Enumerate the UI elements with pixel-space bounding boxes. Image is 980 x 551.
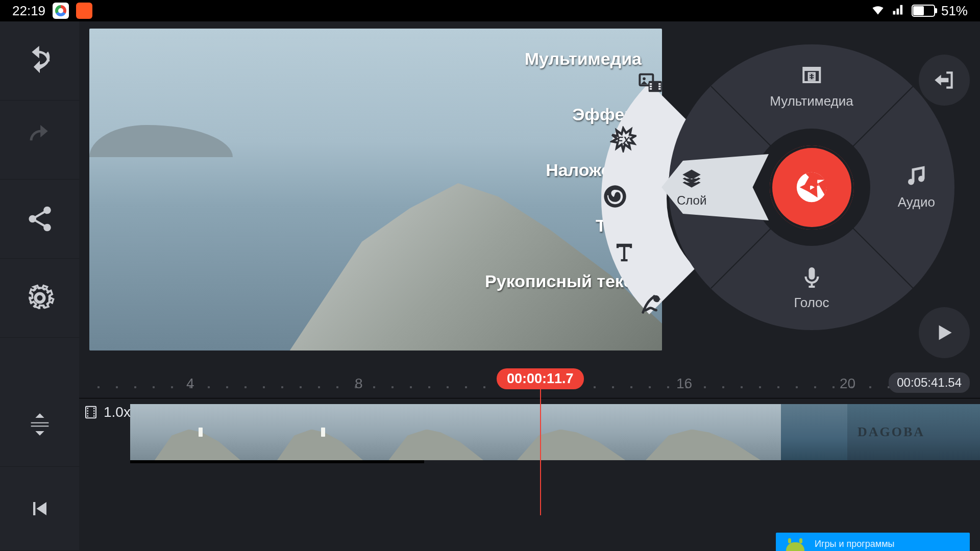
ruler-mark: 8 — [355, 375, 363, 392]
svg-rect-5 — [650, 83, 652, 85]
clip-thumbnail[interactable] — [781, 404, 847, 460]
clip-thumbnail[interactable] — [646, 404, 781, 460]
submenu-effect-button[interactable]: FX — [605, 121, 641, 157]
wheel-voice-label: Голос — [794, 295, 829, 311]
wheel-audio-label: Аудио — [898, 194, 935, 210]
svg-rect-33 — [93, 415, 95, 417]
svg-text:FX: FX — [617, 135, 630, 146]
wheel-multimedia-button[interactable]: Мультимедиа — [770, 64, 853, 109]
submenu-multimedia-button[interactable] — [633, 65, 669, 101]
svg-rect-19 — [813, 78, 814, 79]
svg-rect-6 — [650, 86, 652, 87]
wheel-audio-button[interactable]: Аудио — [898, 165, 935, 210]
speed-value: 1.0x — [104, 404, 131, 420]
clip-thumbnail[interactable] — [847, 404, 980, 460]
svg-rect-30 — [93, 408, 95, 409]
left-sidebar — [0, 21, 79, 551]
clip-thumbnail[interactable] — [130, 404, 253, 460]
wheel-layer-label: Слой — [677, 193, 706, 208]
svg-rect-13 — [808, 73, 815, 80]
watermark-badge: Игры и программы ALLAPK.RU — [776, 533, 970, 551]
label-handwriting: Рукописный текст — [485, 271, 642, 291]
timeline-expand-button[interactable] — [0, 383, 79, 467]
svg-rect-31 — [93, 410, 95, 412]
svg-point-0 — [36, 294, 43, 302]
play-button[interactable] — [919, 307, 970, 358]
undo-button[interactable] — [0, 21, 79, 101]
wheel-record-button[interactable] — [770, 145, 854, 230]
filmstrip-icon — [83, 405, 99, 420]
label-overlay: Наложение — [485, 160, 642, 180]
submenu-handwriting-button[interactable] — [634, 286, 670, 321]
svg-rect-14 — [810, 74, 811, 75]
android-icon — [781, 538, 810, 551]
ruler-mark: 20 — [840, 375, 855, 392]
svg-rect-7 — [650, 88, 652, 90]
clip-thumbnail[interactable] — [510, 404, 646, 460]
signal-icon — [891, 2, 905, 20]
wifi-icon — [871, 2, 885, 20]
android-status-bar: 22:19 51% — [0, 0, 980, 21]
redo-button[interactable] — [0, 101, 79, 180]
clip-thumbnail[interactable] — [375, 404, 510, 460]
video-track[interactable] — [130, 404, 980, 460]
timeline[interactable]: 4 8 16 20 00:00:11.7 00:05:41.54 1.0x — [79, 368, 980, 551]
settings-button[interactable] — [0, 259, 79, 338]
svg-point-21 — [918, 176, 924, 182]
battery-percent: 51% — [941, 3, 968, 19]
ruler-mark: 16 — [676, 375, 692, 392]
share-button[interactable] — [0, 180, 79, 259]
svg-rect-27 — [87, 410, 89, 412]
watermark-line2: ALLAPK.RU — [815, 549, 908, 551]
action-wheel: Мультимедиа Аудио Голос Слой — [669, 44, 954, 330]
label-text: Текст — [485, 216, 642, 236]
wheel-multimedia-label: Мультимедиа — [770, 93, 853, 109]
ruler-mark: 4 — [186, 375, 194, 392]
svg-rect-32 — [93, 413, 95, 414]
chrome-icon — [53, 3, 69, 19]
battery-icon — [912, 5, 935, 17]
total-duration: 00:05:41.54 — [889, 372, 970, 393]
video-editor: Мультимедиа Эффект Наложение Текст Рукоп… — [0, 21, 980, 551]
app-icon — [76, 3, 92, 19]
playhead[interactable]: 00:00:11.7 — [497, 368, 584, 399]
layers-icon — [680, 167, 703, 190]
svg-rect-8 — [658, 83, 660, 85]
submenu-text-button[interactable] — [606, 235, 642, 270]
wheel-voice-button[interactable]: Голос — [794, 265, 829, 311]
svg-rect-29 — [87, 415, 89, 417]
video-preview[interactable]: Мультимедиа Эффект Наложение Текст Рукоп… — [89, 29, 662, 350]
svg-rect-10 — [658, 88, 660, 90]
svg-rect-16 — [810, 78, 811, 79]
wheel-layer-button-selected[interactable]: Слой — [662, 154, 769, 220]
watermark-line1: Игры и программы — [815, 539, 908, 549]
svg-point-20 — [908, 179, 914, 185]
clip-speed-badge[interactable]: 1.0x — [83, 404, 131, 420]
svg-rect-18 — [813, 76, 814, 77]
svg-point-3 — [643, 78, 646, 81]
exit-button[interactable] — [919, 55, 970, 106]
shutter-icon — [794, 169, 829, 205]
svg-rect-9 — [658, 86, 660, 87]
clip-thumbnail[interactable] — [253, 404, 375, 460]
svg-rect-22 — [808, 267, 815, 280]
skip-start-button[interactable] — [0, 467, 79, 551]
svg-rect-15 — [810, 76, 811, 77]
label-multimedia: Мультимедиа — [485, 49, 642, 69]
submenu-overlay-button[interactable] — [597, 179, 633, 214]
svg-rect-17 — [813, 74, 814, 75]
svg-rect-28 — [87, 413, 89, 414]
status-time: 22:19 — [12, 3, 45, 19]
svg-rect-26 — [87, 408, 89, 409]
